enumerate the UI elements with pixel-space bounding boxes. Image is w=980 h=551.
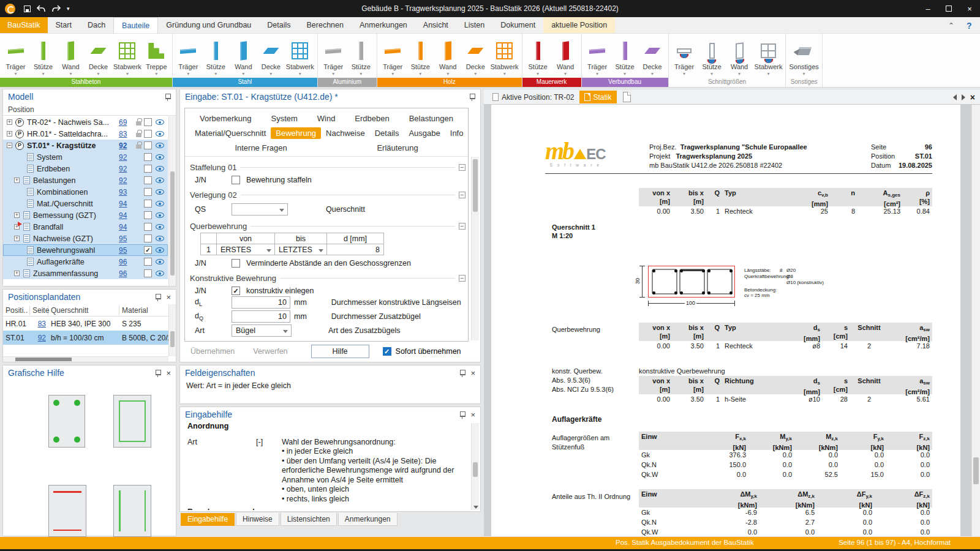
ribbon-item-stahlbeton-decke[interactable]: Decke▾	[85, 34, 112, 77]
lock-icon[interactable]	[135, 130, 144, 138]
tab-bewehrung[interactable]: Bewehrung	[271, 127, 321, 139]
chevron-down-icon[interactable]: ▾	[299, 70, 301, 77]
von-dropdown[interactable]: ERSTES	[216, 244, 275, 255]
tab-anmerkungen[interactable]: Anmerkungen	[352, 17, 415, 33]
eye-icon[interactable]	[156, 178, 164, 183]
chevron-down-icon[interactable]: ▾	[270, 70, 272, 77]
tab-vorbemerkung[interactable]: Vorbemerkung	[195, 113, 257, 124]
page-link[interactable]: 94	[119, 211, 135, 220]
page-link[interactable]: 92	[119, 176, 135, 185]
ribbon-item-stahl-decke[interactable]: Decke▾	[257, 34, 285, 77]
tab-baustatik[interactable]: BauStatik	[0, 17, 48, 33]
eye-icon[interactable]	[156, 259, 164, 264]
chevron-down-icon[interactable]: ▾	[42, 70, 44, 77]
chevron-down-icon[interactable]: ▾	[97, 70, 99, 77]
tab-berechnen[interactable]: Berechnen	[299, 17, 352, 33]
tree-item[interactable]: Erdbeben92	[3, 163, 168, 174]
collapse-section-icon[interactable]: −	[459, 275, 466, 282]
hilfe-button[interactable]: Hilfe	[311, 345, 369, 358]
bis-dropdown[interactable]: LETZTES	[274, 244, 327, 255]
chevron-down-icon[interactable]: ▾	[447, 70, 449, 77]
ribbon-item-stahl-traeger[interactable]: Träger▾	[175, 34, 202, 77]
checkbox-checked[interactable]: ✓	[144, 246, 152, 254]
minimize-button[interactable]: –	[918, 0, 938, 17]
art-dropdown[interactable]: Bügel	[232, 324, 292, 337]
ribbon-item-holz-wand[interactable]: Wand▾	[434, 34, 462, 77]
expand-icon[interactable]: +	[7, 131, 12, 137]
collapse-section-icon[interactable]: −	[459, 164, 466, 171]
ribbon-item-stahlbeton-traeger[interactable]: Träger▾	[2, 34, 29, 77]
tree-item[interactable]: Kombinationen93	[3, 186, 168, 198]
ribbon-item-stahlbeton-stabwerk[interactable]: Stabwerk▾	[112, 34, 143, 77]
tree-item[interactable]: +PHR.01* - Satteldachra...83	[3, 128, 168, 140]
scrollbar-vertical[interactable]	[471, 423, 479, 510]
page-link[interactable]: 96	[119, 269, 135, 278]
pin-icon[interactable]	[459, 369, 466, 377]
tab-dokument[interactable]: Dokument	[492, 17, 543, 33]
tree-item[interactable]: +Zusammenfassung96	[3, 268, 168, 279]
chevron-down-icon[interactable]: ▾	[564, 70, 567, 77]
checkbox[interactable]	[144, 258, 152, 266]
scrollbar-horizontal[interactable]	[3, 356, 168, 362]
chevron-down-icon[interactable]: ▾	[360, 70, 362, 77]
ribbon-item-schnitt-traeger[interactable]: Träger▾	[671, 34, 698, 77]
tab-aktuelle-position[interactable]: aktuelle Position	[543, 17, 615, 33]
close-icon[interactable]: ×	[470, 369, 475, 377]
ribbon-item-verbundbau-traeger[interactable]: Träger▾	[584, 34, 611, 77]
expand-icon[interactable]: +	[14, 178, 20, 183]
chevron-down-icon[interactable]: ▾	[242, 70, 244, 77]
tree-item[interactable]: Auflagerkräfte96	[3, 256, 168, 268]
scrollbar-vertical[interactable]	[471, 157, 479, 340]
ribbon-item-verbundbau-decke[interactable]: Decke▾	[639, 34, 666, 77]
checkbox-sofort-uebernehmen[interactable]: ✓	[383, 347, 391, 356]
tab-gruendung[interactable]: Gründung und Grundbau	[158, 17, 259, 33]
checkbox-bewehrung-staffeln[interactable]	[232, 176, 240, 184]
close-icon[interactable]: ×	[166, 293, 171, 301]
tab-statik[interactable]: Statik	[579, 91, 617, 103]
collapse-icon[interactable]: −	[7, 143, 12, 148]
expand-icon[interactable]: +	[14, 271, 20, 276]
page-link[interactable]: 69	[119, 118, 135, 127]
page-link[interactable]: 94	[119, 223, 135, 231]
checkbox[interactable]	[144, 188, 152, 196]
checkbox[interactable]	[144, 130, 152, 138]
ribbon-item-stahl-stuetze[interactable]: Stütze▾	[202, 34, 230, 77]
eye-icon[interactable]	[156, 131, 164, 137]
scrollbar-vertical[interactable]	[971, 105, 980, 536]
scrollbar-vertical[interactable]	[168, 116, 176, 286]
tab-interne-fragen[interactable]: Interne Fragen	[230, 142, 292, 154]
tab-system[interactable]: System	[266, 113, 302, 124]
tab-ausgabe[interactable]: Ausgabe	[404, 127, 445, 139]
tree-item[interactable]: −PST.01* - Kragstütze92	[3, 140, 168, 151]
chevron-down-icon[interactable]: ▾	[14, 70, 17, 77]
chevron-down-icon[interactable]: ▾	[126, 70, 129, 77]
chevron-down-icon[interactable]: ▾	[503, 70, 506, 77]
ribbon-item-aluminium-traeger[interactable]: Träger▾	[320, 34, 347, 77]
tab-eingabehilfe[interactable]: Eingabehilfe	[181, 513, 235, 526]
ribbon-item-holz-traeger[interactable]: Träger▾	[379, 34, 407, 77]
pin-icon[interactable]	[154, 369, 161, 377]
dq-input[interactable]	[232, 310, 290, 323]
verwerfen-button[interactable]: Verwerfen	[247, 345, 293, 358]
app-logo-icon[interactable]	[5, 4, 15, 14]
eye-icon[interactable]	[156, 236, 164, 241]
close-button[interactable]: ×	[959, 0, 980, 17]
tree-item[interactable]: +Belastungen92	[3, 174, 168, 186]
pin-icon[interactable]	[154, 293, 161, 301]
lock-icon[interactable]	[135, 141, 144, 149]
tab-hinweise[interactable]: Hinweise	[236, 513, 279, 526]
tab-belastungen[interactable]: Belastungen	[404, 113, 458, 124]
eye-icon[interactable]	[156, 119, 164, 125]
close-preview-icon[interactable]: ×	[970, 92, 975, 102]
chevron-down-icon[interactable]: ▾	[651, 70, 654, 77]
checkbox[interactable]	[144, 223, 152, 231]
checkbox[interactable]	[144, 141, 152, 149]
eye-icon[interactable]	[156, 212, 164, 218]
checkbox[interactable]	[144, 234, 152, 242]
uebernehmen-button[interactable]: Übernehmen	[184, 345, 241, 358]
graphic-option-corner-bars[interactable]	[48, 395, 85, 448]
table-row-selected[interactable]: ST.0192b/h = 100/30 cmB 500B, C 20/25	[3, 331, 176, 345]
page-link[interactable]: 96	[119, 258, 135, 266]
chevron-down-icon[interactable]: ▾	[332, 70, 334, 77]
qs-dropdown[interactable]	[232, 203, 288, 216]
